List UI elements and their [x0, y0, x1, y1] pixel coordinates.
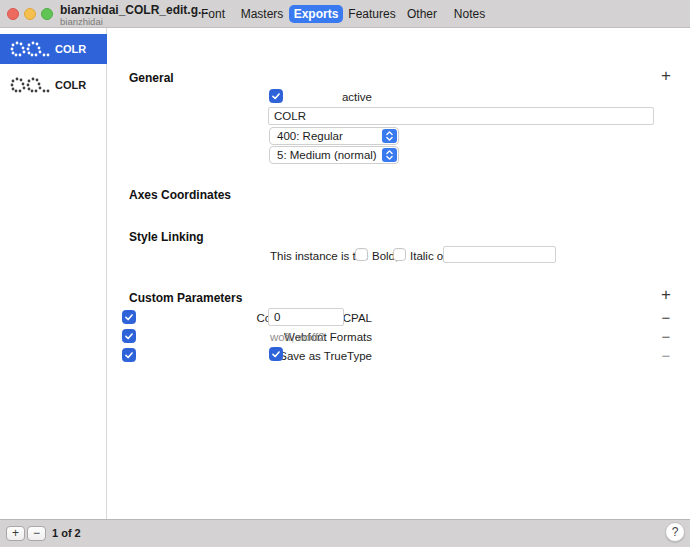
active-label: active [342, 90, 372, 104]
general-heading: General [129, 71, 174, 85]
remove-parameter-button[interactable]: − [658, 311, 674, 327]
bold-checkbox[interactable] [355, 248, 368, 261]
tab-features[interactable]: Features [348, 0, 396, 28]
remove-parameter-button[interactable]: − [658, 330, 674, 346]
add-instance-button[interactable]: + [6, 526, 25, 541]
parameter-value-input[interactable] [268, 308, 344, 326]
glyph-preview-icon [10, 41, 50, 57]
axes-coordinates-heading: Axes Coordinates [129, 188, 231, 202]
tab-notes[interactable]: Notes [451, 0, 488, 28]
window-subtitle: bianzhidai [60, 16, 103, 27]
checkmark-icon [123, 311, 135, 323]
checkmark-icon [123, 330, 135, 342]
chevron-updown-icon [382, 148, 397, 162]
tab-exports[interactable]: Exports [289, 5, 343, 23]
italic-checkbox[interactable] [393, 248, 406, 261]
tab-masters[interactable]: Masters [239, 0, 285, 28]
footer-bar: + − 1 of 2 ? [0, 519, 690, 547]
close-window-icon[interactable] [7, 8, 19, 20]
custom-parameters-heading: Custom Parameters [129, 291, 242, 305]
style-linking-heading: Style Linking [129, 230, 204, 244]
instance-list-item[interactable]: COLR [0, 70, 107, 100]
parameter-value-checkbox[interactable] [269, 347, 283, 361]
zoom-window-icon[interactable] [41, 8, 53, 20]
parameter-enabled-checkbox[interactable] [122, 310, 136, 324]
parameter-enabled-checkbox[interactable] [122, 348, 136, 362]
chevron-updown-icon [382, 129, 397, 143]
title-bar: bianzhidai_COLR_edit.g... bianzhidai Fon… [0, 0, 690, 28]
checkmark-icon [123, 349, 135, 361]
tab-font[interactable]: Font [197, 0, 229, 28]
instance-label: COLR [55, 79, 86, 91]
checkmark-icon [270, 348, 282, 360]
italic-label: Italic of [410, 249, 446, 263]
help-button[interactable]: ? [665, 522, 685, 542]
parameter-enabled-checkbox[interactable] [122, 329, 136, 343]
instance-list-item[interactable]: COLR [0, 34, 107, 64]
style-name-input[interactable] [268, 107, 654, 125]
style-linking-prefix: This instance is the [270, 249, 368, 263]
width-class-select[interactable]: 5: Medium (normal) [269, 146, 399, 164]
remove-instance-button[interactable]: − [27, 526, 46, 541]
active-checkbox[interactable] [269, 89, 283, 103]
weight-class-select[interactable]: 400: Regular [269, 127, 399, 145]
export-settings-panel: General + active Style Name Weight Class… [108, 28, 690, 519]
checkmark-icon [270, 90, 282, 102]
app-window: bianzhidai_COLR_edit.g... bianzhidai Fon… [0, 0, 690, 547]
parameter-label: Save as TrueType [279, 349, 372, 363]
linked-style-input[interactable] [443, 246, 556, 263]
minimize-window-icon[interactable] [24, 8, 36, 20]
add-parameter-button[interactable]: + [658, 287, 674, 303]
tab-other[interactable]: Other [404, 0, 440, 28]
instance-label: COLR [55, 43, 86, 55]
instance-list: COLR COLR [0, 28, 107, 519]
remove-parameter-button[interactable]: − [658, 349, 674, 365]
window-title: bianzhidai_COLR_edit.g... [60, 3, 208, 17]
add-property-button[interactable]: + [658, 68, 674, 84]
parameter-value-text[interactable]: woff, woff2 [270, 330, 325, 344]
instance-count: 1 of 2 [52, 520, 81, 547]
glyph-preview-icon [10, 77, 50, 93]
